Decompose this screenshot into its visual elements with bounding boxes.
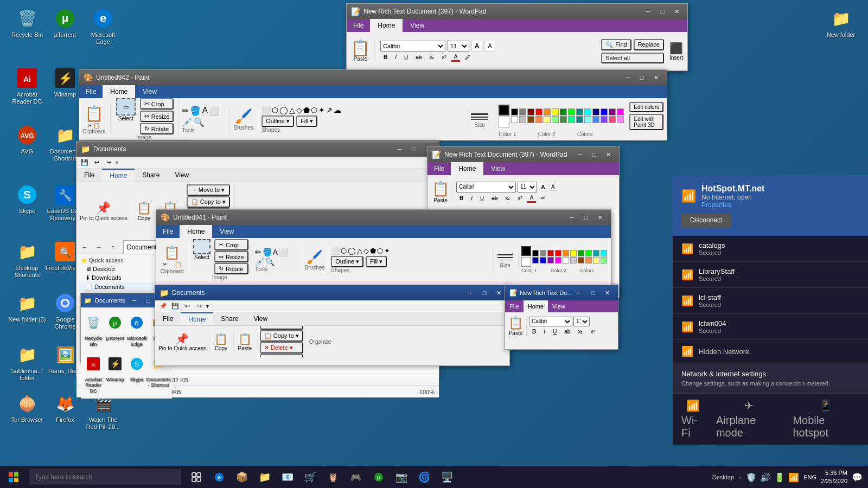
desktop-icon-avg[interactable]: AVG AVG [5,122,49,157]
italic-mid[interactable]: I [468,194,476,203]
prev2-edge[interactable]: e Microsoft Edge [126,310,147,350]
wordpad-home-front[interactable]: Home [524,300,548,312]
up-btn-back[interactable]: ↑ [107,242,119,253]
quick-desktop-back[interactable]: 🖥 Desktop [79,265,161,273]
taskbar-mail-app[interactable]: 📧 [277,466,298,488]
paint-view-mid[interactable]: View [212,225,241,238]
sub-mid[interactable]: x₂ [502,194,513,203]
strike-mid[interactable]: ab [488,194,501,203]
wordpad-maximize-mid[interactable]: □ [588,149,601,160]
delete-front[interactable]: ✕ Delete ▾ [260,342,303,354]
paint-minimize-mid[interactable]: ─ [565,212,578,223]
text-mid[interactable]: A [273,248,278,256]
qa-save-front[interactable]: 💾 [170,301,180,311]
wordpad-home-tab-mid[interactable]: Home [451,162,483,175]
color2-mid[interactable] [521,257,531,267]
wifi-network-lclwn004[interactable]: 📶 lclwn004 Secured [673,314,868,340]
wifi-network-librarystaff[interactable]: 📶 LibraryStaff Secured [673,262,868,288]
desktop-icon-tor[interactable]: 🧅 Tor Browser [5,390,49,426]
highlight-mid[interactable]: ✏ [538,194,548,203]
explorer-maximize-front[interactable]: □ [478,287,491,298]
strikethrough-wp-back[interactable]: ab [412,53,425,62]
file-explorer-front[interactable]: 📁 Documents ─ □ ✕ 📌 💾 ↩ ↪ ▾ File Home Sh… [155,285,510,366]
wifi-footer-title[interactable]: Network & Internet settings [681,370,859,378]
copy-to-back[interactable]: 📋 Copy to ▾ [187,196,230,208]
edit-paint3d-back[interactable]: Edit withPaint 3D [629,114,663,130]
select-paint-mid[interactable]: Select [191,239,213,274]
taskbar-tripadvisor-app[interactable]: 🦉 [322,466,344,488]
font-grow-mid[interactable]: A [539,183,547,191]
paint-home-back[interactable]: Home [103,85,135,98]
rotate-mid[interactable]: ↻ Rotate [214,263,248,274]
fontcolor-wp-back[interactable]: A [451,53,461,62]
qa-save-back[interactable]: 💾 [80,158,90,168]
picker-tool-back[interactable]: 💉 [182,117,193,127]
taskbar-edge-app[interactable]: e [208,466,230,488]
wifi-disconnect-button[interactable]: Disconnect [681,213,731,227]
crop-btn-paint-back[interactable]: ✂ Crop [140,98,174,110]
wifi-properties-link[interactable]: Properties [701,201,764,209]
wordpad-close-front[interactable]: ✕ [601,287,614,298]
color2-swatch-back[interactable] [499,117,509,127]
start-button[interactable] [0,466,27,488]
taskbar-store-app[interactable]: 📦 [231,466,253,488]
wordpad-home-tab-back[interactable]: Home [370,19,403,32]
explorer-maximize-back[interactable]: □ [407,144,420,155]
paint-home-mid[interactable]: Home [180,225,212,238]
sup-front[interactable]: x² [587,328,598,336]
paint-maximize-back[interactable]: □ [635,72,648,83]
quick-downloads-back[interactable]: ⬇ Downloads [79,273,161,282]
desktop-icon-skype[interactable]: S Skype [5,182,49,217]
taskbar-utorrent-app[interactable]: μ [368,466,390,488]
prev2-utorrent[interactable]: μ µTorrent [105,310,125,350]
taskbar-task-view[interactable] [186,466,207,488]
desktop-icon-edge[interactable]: e Microsoft Edge [81,5,125,48]
qa-pin-front[interactable]: 📌 [158,301,168,311]
desktop-icon-new-folder[interactable]: 📁 New folder [819,5,863,41]
wifi-network-hidden[interactable]: 📶 Hidden Network [673,340,868,363]
font-family-mid[interactable]: Calibri [456,182,516,192]
prev2-winamp[interactable]: ⚡ Winamp [105,351,125,396]
explorer-titlebar-back[interactable]: 📁 Documents ─ □ ✕ [76,142,439,157]
highlight-wp-back[interactable]: 🖊 [462,53,474,62]
wordpad-minimize-back[interactable]: ─ [642,6,655,17]
taskbar-notification-icon[interactable]: 💬 [852,472,863,483]
subscript-wp-back[interactable]: x₂ [426,53,437,62]
pencil-mid[interactable]: ✏ [255,248,261,256]
wordpad-close-mid[interactable]: ✕ [602,149,615,160]
explorer-home-tab-front[interactable]: Home [181,312,213,325]
taskbar-search-input[interactable] [29,469,181,485]
color1-mid[interactable] [521,246,531,256]
paste-label-wp-back[interactable]: Paste [354,56,368,62]
copy-paint-mid[interactable]: 📋 [171,260,184,268]
taskbar-amazon-app[interactable]: 🛒 [299,466,321,488]
taskbar-settings-app[interactable]: 🖥️ [436,466,458,488]
copy-to-front[interactable]: 📋 Copy to ▾ [260,330,303,342]
wordpad-file-front[interactable]: File [505,300,524,312]
underline-mid[interactable]: U [477,194,487,203]
wordpad-file-tab-mid[interactable]: File [427,162,451,175]
taskbar-discord-app[interactable]: 🎮 [345,466,367,488]
eraser-mid[interactable]: ⬜ [279,248,288,256]
wordpad-maximize-front[interactable]: □ [586,287,599,298]
underline-wp-back[interactable]: U [401,53,411,62]
font-shrink-wp-back[interactable]: A [484,41,495,52]
wordpad-titlebar-front[interactable]: 📝 New Rich Text Do... ─ □ ✕ [505,285,618,300]
back-btn-back[interactable]: ← [79,242,91,253]
superscript-wp-back[interactable]: x² [438,53,449,62]
font-shrink-mid[interactable]: A [549,183,557,191]
move-to-front[interactable]: → Move to ▾ [260,326,303,330]
copy-label-back[interactable]: Copy [138,215,150,221]
fill-btn-mid[interactable]: Fill ▾ [366,256,387,267]
forward-btn-back[interactable]: → [93,242,105,253]
taskbar-desktop-label[interactable]: Desktop [712,474,734,480]
font-grow-wp-back[interactable]: A [471,41,482,52]
wordpad-view-tab-mid[interactable]: View [483,162,513,175]
wordpad-file-tab-back[interactable]: File [347,19,370,32]
desktop-icon-subliminal[interactable]: 📁 'sublimina...' folder [5,342,49,384]
desktop-icon-acrobat[interactable]: Ai Acrobat Reader DC [5,65,49,107]
paint-file-mid[interactable]: File [156,225,180,238]
desktop-icon-desktop-shortcuts[interactable]: 📁 Desktop Shortcuts [5,239,49,281]
qa-redo-front[interactable]: ↪ [194,301,204,311]
wifi-airplane-mode[interactable]: ✈ Airplane mode [716,399,782,439]
